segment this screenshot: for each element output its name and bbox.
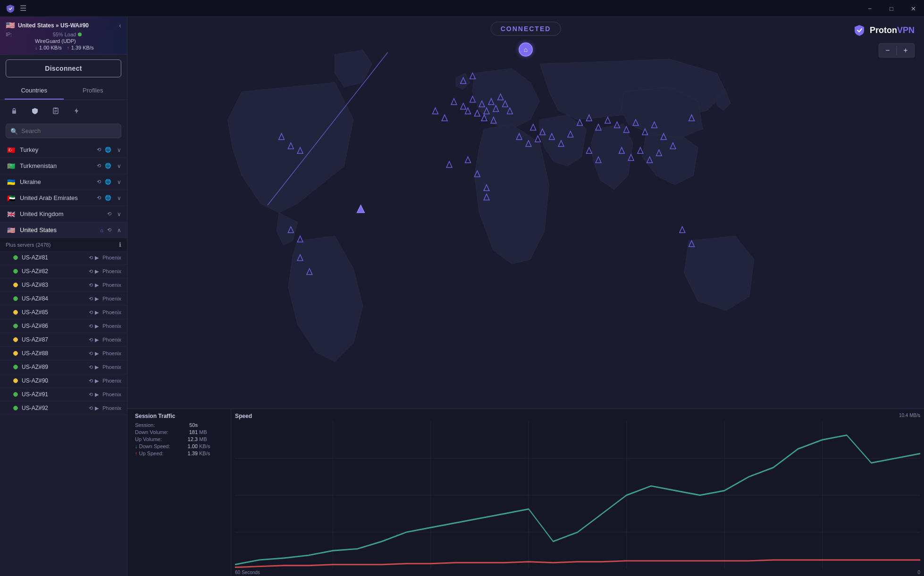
zoom-out-button[interactable]: − bbox=[879, 44, 896, 57]
sidebar-tabs: Countries Profiles bbox=[0, 82, 127, 100]
ukraine-expand-icon[interactable]: ∨ bbox=[117, 179, 121, 185]
server-actions-us-az-90: ⟲ ▶ bbox=[89, 378, 99, 384]
uae-globe-icon[interactable]: 🌐 bbox=[104, 194, 112, 202]
server-status-us-az-92 bbox=[13, 406, 18, 410]
server-refresh-icon-84[interactable]: ⟲ bbox=[89, 296, 93, 302]
us-home-icon[interactable]: ⌂ bbox=[99, 226, 104, 234]
server-item-us-az-82[interactable]: US-AZ#82 ⟲ ▶ Phoenix bbox=[0, 265, 127, 278]
us-expand-icon[interactable]: ∧ bbox=[117, 227, 121, 234]
server-refresh-icon-91[interactable]: ⟲ bbox=[89, 392, 93, 398]
server-name-us-az-82: US-AZ#82 bbox=[22, 268, 85, 275]
tab-profiles[interactable]: Profiles bbox=[64, 82, 123, 100]
ukraine-flag: 🇺🇦 bbox=[6, 178, 16, 186]
server-location-us-az-92: Phoenix bbox=[102, 405, 121, 411]
server-play-icon-91[interactable]: ▶ bbox=[95, 392, 99, 398]
server-item-us-az-88[interactable]: US-AZ#88 ⟲ ▶ Phoenix bbox=[0, 347, 127, 360]
collapse-button[interactable]: ‹ bbox=[119, 22, 121, 29]
server-play-icon-82[interactable]: ▶ bbox=[95, 268, 99, 275]
server-status-us-az-89 bbox=[13, 365, 18, 369]
server-item-us-az-85[interactable]: US-AZ#85 ⟲ ▶ Phoenix bbox=[0, 306, 127, 319]
us-flag-icon: 🇺🇸 bbox=[6, 21, 15, 30]
turkey-expand-icon[interactable]: ∨ bbox=[117, 147, 121, 153]
filter-icons-bar bbox=[0, 100, 127, 122]
server-refresh-icon-89[interactable]: ⟲ bbox=[89, 364, 93, 370]
server-section-header: Plus servers (2478) ℹ bbox=[0, 238, 127, 251]
uae-expand-icon[interactable]: ∨ bbox=[117, 195, 121, 201]
server-refresh-icon-83[interactable]: ⟲ bbox=[89, 282, 93, 288]
turkmenistan-expand-icon[interactable]: ∨ bbox=[117, 163, 121, 169]
ukraine-refresh-icon[interactable]: ⟲ bbox=[96, 178, 102, 186]
server-item-us-az-84[interactable]: US-AZ#84 ⟲ ▶ Phoenix bbox=[0, 292, 127, 306]
uk-refresh-icon[interactable]: ⟲ bbox=[106, 210, 112, 218]
server-play-icon-92[interactable]: ▶ bbox=[95, 405, 99, 411]
search-input[interactable] bbox=[6, 124, 121, 138]
server-refresh-icon-87[interactable]: ⟲ bbox=[89, 337, 93, 343]
uae-refresh-icon[interactable]: ⟲ bbox=[96, 194, 102, 202]
country-item-uk[interactable]: 🇬🇧 United Kingdom ⟲ ∨ bbox=[0, 206, 127, 222]
server-play-icon-87[interactable]: ▶ bbox=[95, 337, 99, 343]
server-actions-us-az-92: ⟲ ▶ bbox=[89, 405, 99, 411]
server-item-us-az-89[interactable]: US-AZ#89 ⟲ ▶ Phoenix bbox=[0, 360, 127, 374]
turkey-refresh-icon[interactable]: ⟲ bbox=[96, 146, 102, 154]
server-item-us-az-83[interactable]: US-AZ#83 ⟲ ▶ Phoenix bbox=[0, 278, 127, 292]
server-refresh-icon-92[interactable]: ⟲ bbox=[89, 405, 93, 411]
server-refresh-icon-85[interactable]: ⟲ bbox=[89, 309, 93, 316]
connection-server-row: 🇺🇸 United States » US-WA#90 ‹ bbox=[6, 21, 121, 30]
server-refresh-icon-86[interactable]: ⟲ bbox=[89, 323, 93, 329]
country-item-turkmenistan[interactable]: 🇹🇲 Turkmenistan ⟲ 🌐 ∨ bbox=[0, 158, 127, 174]
server-play-icon[interactable]: ▶ bbox=[95, 255, 99, 261]
turkey-name: Turkey bbox=[20, 146, 92, 153]
server-item-us-az-81[interactable]: US-AZ#81 ⟲ ▶ Phoenix bbox=[0, 251, 127, 265]
server-item-us-az-87[interactable]: US-AZ#87 ⟲ ▶ Phoenix bbox=[0, 333, 127, 347]
server-play-icon-86[interactable]: ▶ bbox=[95, 323, 99, 329]
filter-lock-button[interactable] bbox=[6, 104, 23, 118]
server-play-icon-90[interactable]: ▶ bbox=[95, 378, 99, 384]
us-refresh-icon[interactable]: ⟲ bbox=[106, 226, 112, 234]
server-item-us-az-91[interactable]: US-AZ#91 ⟲ ▶ Phoenix bbox=[0, 388, 127, 401]
server-item-us-az-90[interactable]: US-AZ#90 ⟲ ▶ Phoenix bbox=[0, 374, 127, 388]
filter-shield-button[interactable] bbox=[26, 104, 43, 118]
uk-expand-icon[interactable]: ∨ bbox=[117, 211, 121, 217]
ukraine-globe-icon[interactable]: 🌐 bbox=[104, 178, 112, 186]
us-actions: ⌂ ⟲ bbox=[99, 226, 112, 234]
minimize-button[interactable]: − bbox=[859, 0, 881, 17]
server-play-icon-83[interactable]: ▶ bbox=[95, 282, 99, 288]
turkmenistan-globe-icon[interactable]: 🌐 bbox=[104, 162, 112, 170]
maximize-button[interactable]: □ bbox=[881, 0, 902, 17]
filter-bolt-button[interactable] bbox=[68, 104, 85, 118]
server-refresh-icon-82[interactable]: ⟲ bbox=[89, 268, 93, 275]
turkmenistan-actions: ⟲ 🌐 bbox=[96, 162, 112, 170]
server-play-icon-88[interactable]: ▶ bbox=[95, 351, 99, 357]
app-logo bbox=[6, 4, 15, 13]
info-icon[interactable]: ℹ bbox=[119, 241, 121, 248]
server-refresh-icon[interactable]: ⟲ bbox=[89, 255, 93, 261]
country-item-us[interactable]: 🇺🇸 United States ⌂ ⟲ ∧ bbox=[0, 222, 127, 238]
ip-value: 55% Load bbox=[35, 32, 121, 37]
server-play-icon-85[interactable]: ▶ bbox=[95, 309, 99, 316]
ukraine-actions: ⟲ 🌐 bbox=[96, 178, 112, 186]
turkey-globe-icon[interactable]: 🌐 bbox=[104, 146, 112, 154]
disconnect-button[interactable]: Disconnect bbox=[6, 59, 121, 77]
server-play-icon-89[interactable]: ▶ bbox=[95, 364, 99, 370]
server-item-us-az-86[interactable]: US-AZ#86 ⟲ ▶ Phoenix bbox=[0, 319, 127, 333]
country-item-uae[interactable]: 🇦🇪 United Arab Emirates ⟲ 🌐 ∨ bbox=[0, 190, 127, 206]
turkmenistan-refresh-icon[interactable]: ⟲ bbox=[96, 162, 102, 170]
down-vol-unit: MB bbox=[199, 429, 213, 435]
uae-name: United Arab Emirates bbox=[20, 194, 92, 201]
search-icon: 🔍 bbox=[10, 127, 18, 134]
country-item-ukraine[interactable]: 🇺🇦 Ukraine ⟲ 🌐 ∨ bbox=[0, 174, 127, 190]
tab-countries[interactable]: Countries bbox=[5, 82, 64, 100]
server-play-icon-84[interactable]: ▶ bbox=[95, 296, 99, 302]
country-item-turkey[interactable]: 🇹🇷 Turkey ⟲ 🌐 ∨ bbox=[0, 142, 127, 158]
filter-clipboard-button[interactable] bbox=[47, 104, 64, 118]
server-item-us-az-92[interactable]: US-AZ#92 ⟲ ▶ Phoenix bbox=[0, 401, 127, 415]
server-location-us-az-84: Phoenix bbox=[102, 296, 121, 301]
server-refresh-icon-90[interactable]: ⟲ bbox=[89, 378, 93, 384]
server-status-us-az-84 bbox=[13, 296, 18, 301]
max-speed-label: 10.4 MB/s bbox=[899, 413, 920, 419]
server-refresh-icon-88[interactable]: ⟲ bbox=[89, 351, 93, 357]
map-container: CONNECTED ProtonVPN − + bbox=[127, 17, 924, 576]
zoom-in-button[interactable]: + bbox=[897, 44, 914, 57]
menu-icon[interactable]: ☰ bbox=[20, 4, 26, 13]
close-button[interactable]: ✕ bbox=[902, 0, 924, 17]
